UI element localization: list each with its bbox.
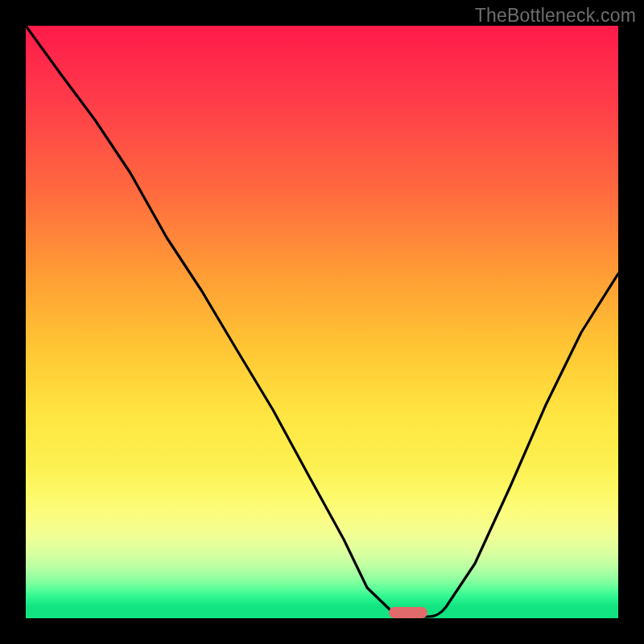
chart-frame: TheBottleneck.com	[0, 0, 644, 644]
plot-area	[26, 26, 618, 618]
watermark-text: TheBottleneck.com	[475, 5, 636, 27]
minimum-marker	[389, 607, 427, 618]
curve-path	[26, 26, 618, 617]
bottleneck-curve	[26, 26, 618, 618]
